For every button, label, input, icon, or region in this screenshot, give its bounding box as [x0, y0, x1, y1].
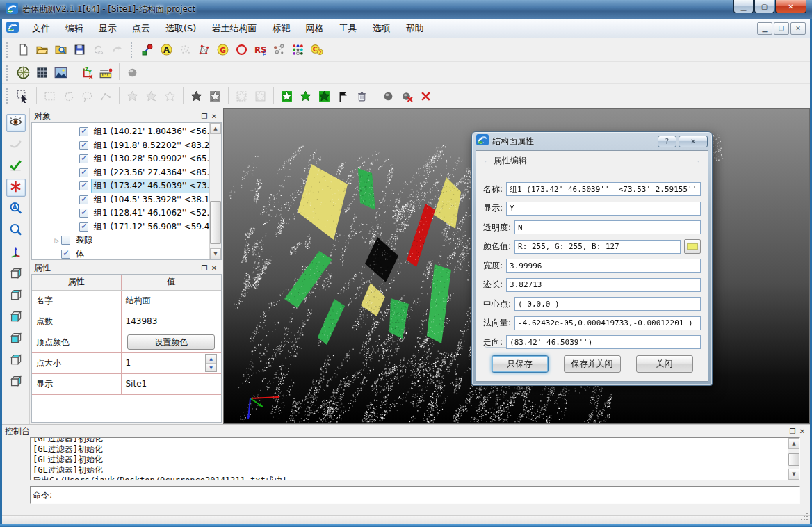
delete-red-button[interactable] [416, 87, 435, 106]
sphere-delete-button[interactable] [398, 87, 416, 106]
field-input-3[interactable] [514, 220, 701, 234]
visibility-checkbox[interactable] [79, 195, 88, 204]
tree-item[interactable]: ▷裂隙 [32, 234, 209, 248]
toolbar-drag-handle[interactable] [6, 42, 12, 58]
viewport-3d[interactable]: 结构面属性 ? ✕ 属性编辑 名称:显示:透明度:颜色值:宽度:迹长:中心点:法… [223, 108, 810, 424]
tree-item[interactable]: 体 [32, 248, 209, 260]
field-input-6[interactable] [506, 278, 701, 292]
select-pointer-button[interactable] [14, 87, 33, 106]
set-color-button[interactable]: 设置颜色 [127, 334, 215, 350]
scatter-tool-button[interactable] [270, 40, 289, 59]
float-panel-icon[interactable]: ❐ [788, 427, 797, 436]
point-size-value[interactable]: 1 [126, 358, 206, 368]
scrollbar-thumb[interactable] [210, 201, 221, 244]
mdi-close-button[interactable]: ✕ [790, 22, 806, 35]
asterisk-tool-button[interactable] [6, 179, 26, 197]
star-green-box-button[interactable] [277, 87, 296, 106]
resize-grip[interactable] [800, 510, 809, 524]
flag-tool-button[interactable] [334, 87, 352, 106]
visibility-checkbox[interactable] [79, 127, 88, 136]
eye-tool-button[interactable] [6, 114, 26, 132]
cube-5-button[interactable] [6, 351, 26, 369]
field-input-5[interactable] [506, 259, 701, 273]
cube-3-button[interactable] [6, 308, 26, 326]
close-panel-icon[interactable]: ✕ [797, 427, 807, 436]
tree-item[interactable]: 组1 (173.42' 46.5039'' <73.5… [32, 179, 209, 193]
visibility-checkbox[interactable] [79, 154, 88, 163]
dialog-help-button[interactable]: ? [658, 136, 676, 147]
globe-view-button[interactable] [14, 63, 33, 82]
color-swatch-button[interactable] [684, 239, 701, 254]
cube-6-button[interactable] [6, 373, 26, 391]
rsp-tool-button[interactable]: RSp [251, 40, 270, 59]
new-project-button[interactable] [14, 40, 33, 59]
menu-item-[interactable]: 工具 [331, 19, 364, 38]
menu-item-[interactable]: 文件 [24, 19, 58, 38]
close-dialog-button[interactable]: 关闭 [636, 355, 693, 373]
search-project-button[interactable] [51, 40, 70, 59]
menu-item-[interactable]: 点云 [124, 19, 158, 38]
open-project-button[interactable] [33, 40, 51, 59]
star-box-button[interactable] [206, 87, 225, 106]
dialog-close-button[interactable]: ✕ [679, 136, 708, 147]
menu-item-[interactable]: 帮助 [398, 19, 431, 38]
palette-grid-button[interactable] [289, 40, 307, 59]
tree-scrollbar[interactable]: ▲ ▼ [209, 123, 221, 259]
tree-item[interactable]: 组1 (128.41' 46.1062'' <52.2… [32, 206, 209, 220]
menu-item-[interactable]: 岩土结构面 [204, 19, 264, 38]
field-input-1[interactable] [506, 182, 701, 196]
grid-view-button[interactable] [33, 63, 51, 82]
tree-item[interactable]: 组1 (130.28' 50.9902'' <65.1'… [32, 152, 209, 166]
zoom-tool-button[interactable] [6, 222, 26, 240]
mdi-minimize-button[interactable]: ▁ [757, 22, 772, 35]
visibility-checkbox[interactable] [79, 222, 88, 232]
console-scrollbar[interactable]: ▲ ▼ [788, 438, 799, 480]
menu-item-[interactable]: 标靶 [264, 19, 298, 38]
toolbar-drag-handle[interactable] [131, 42, 136, 58]
prop-value[interactable]: 1 ▲▼ [121, 352, 221, 373]
star-green-grid-button[interactable] [315, 87, 334, 106]
tree-item[interactable]: 组1 (104.5' 35.3928'' <38.12'… [32, 193, 209, 207]
register-points-button[interactable] [138, 40, 157, 59]
menu-item-[interactable]: 编辑 [58, 19, 91, 38]
menu-item-[interactable]: 显示 [91, 19, 124, 38]
menu-item-S[interactable]: 选取(S) [158, 19, 204, 38]
sphere-tool-button[interactable] [123, 63, 142, 82]
toolbar-drag-handle[interactable] [6, 88, 12, 104]
cube-4-button[interactable] [6, 330, 26, 348]
prop-value[interactable]: 设置颜色 [121, 332, 221, 352]
document-icon[interactable] [6, 22, 19, 35]
g-tool-button[interactable]: G [213, 40, 232, 59]
star-green-button[interactable] [296, 87, 315, 106]
mesh-tool-button[interactable] [195, 40, 213, 59]
toolbar-drag-handle[interactable] [6, 65, 12, 81]
mdi-restore-button[interactable]: ❐ [774, 22, 789, 35]
check-tool-button[interactable] [6, 157, 26, 175]
visibility-checkbox[interactable] [79, 141, 88, 150]
dialog-title-bar[interactable]: 结构面属性 ? ✕ [472, 132, 712, 150]
annotate-a-button[interactable]: A [157, 40, 176, 59]
close-button[interactable]: ✕ [775, 0, 806, 13]
cube-1-button[interactable] [6, 265, 26, 283]
delete-item-button[interactable] [352, 87, 371, 106]
tree-item[interactable]: 组1 (140.21' 1.80436'' <56.3… [32, 125, 209, 139]
sphere-view-button[interactable] [379, 87, 398, 106]
visibility-checkbox[interactable] [61, 250, 70, 259]
menu-item-[interactable]: 网格 [298, 19, 331, 38]
close-panel-icon[interactable]: ✕ [209, 264, 219, 273]
visibility-checkbox[interactable] [79, 168, 88, 177]
visibility-checkbox[interactable] [79, 209, 88, 218]
visibility-checkbox[interactable] [61, 236, 70, 245]
save-and-close-button[interactable]: 保存并关闭 [564, 355, 621, 373]
prop-value[interactable]: 143983 [121, 311, 221, 332]
minimize-button[interactable]: ▁ [733, 0, 754, 13]
field-input-7[interactable] [514, 297, 701, 311]
tree-item[interactable]: 组1 (171.12' 56.908'' <59.40'… [32, 220, 209, 234]
close-panel-icon[interactable]: ✕ [209, 112, 219, 121]
spin-down-icon[interactable]: ▼ [206, 364, 216, 372]
axis-zyx-button[interactable]: ZYX [78, 63, 97, 82]
c2-tool-button[interactable]: C2 [307, 40, 326, 59]
field-input-2[interactable] [506, 202, 701, 216]
tree-item[interactable]: 组1 (191.8' 8.52202'' <83.23'… [32, 139, 209, 153]
expander-icon[interactable]: ▷ [53, 237, 61, 244]
